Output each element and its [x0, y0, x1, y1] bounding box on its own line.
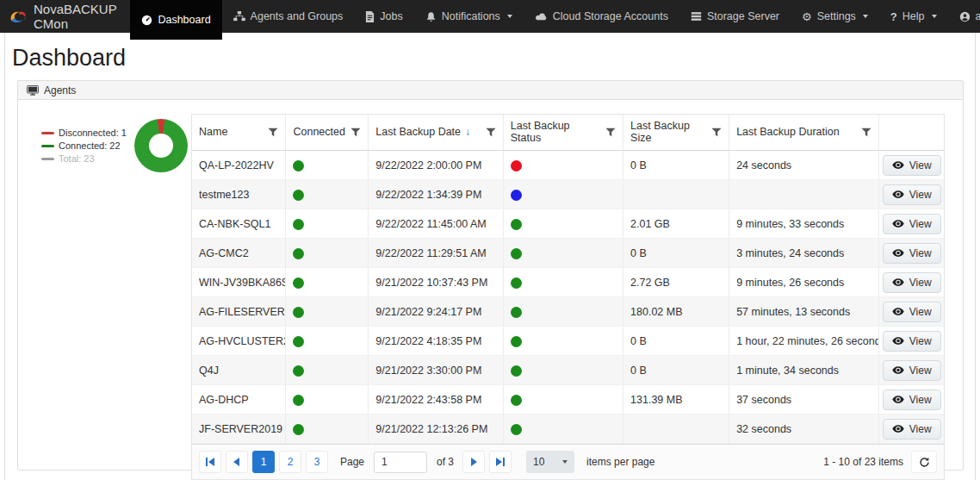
filter-icon[interactable] [350, 128, 361, 137]
column-header-name[interactable]: Name [192, 115, 286, 151]
column-header-last-backup-status[interactable]: Last Backup Status [503, 115, 623, 151]
filter-icon[interactable] [486, 128, 496, 137]
agent-name-cell: testme123 [192, 180, 286, 209]
legend-label: Total: 23 [59, 153, 95, 164]
table-row: testme123 9/22/2022 1:34:39 PM View [192, 180, 944, 209]
last-page-button[interactable] [489, 451, 512, 473]
column-header-last-backup-size[interactable]: Last Backup Size [623, 115, 729, 151]
page-size-select[interactable]: 10 [526, 451, 574, 473]
dashboard-icon [141, 15, 152, 26]
connected-cell [286, 268, 369, 297]
connected-status-dot [293, 160, 304, 171]
column-label: Last Backup Size [630, 120, 708, 144]
last-backup-duration-cell: 3 minutes, 24 seconds [729, 239, 879, 268]
filter-icon[interactable] [861, 128, 871, 137]
column-header-last-backup-duration[interactable]: Last Backup Duration [729, 115, 879, 151]
legend-item-connected: Connected: 22 [41, 140, 127, 151]
last-backup-duration-cell: 9 minutes, 26 seconds [729, 268, 879, 297]
nav-item-help[interactable]: ? Help [879, 0, 948, 33]
connected-cell [286, 415, 369, 444]
next-page-button[interactable] [462, 451, 485, 473]
table-row: AG-DHCP 9/21/2022 2:43:58 PM 131.39 MB 3… [192, 385, 944, 415]
view-button[interactable]: View [883, 272, 941, 293]
last-backup-status-cell [503, 356, 623, 385]
filter-icon[interactable] [605, 128, 616, 137]
grid-pager: 1 2 3 Page of 3 10 [192, 444, 944, 479]
refresh-button[interactable] [911, 451, 937, 473]
view-button-label: View [909, 335, 932, 347]
first-page-button[interactable] [199, 451, 221, 473]
table-row: AG-CMC2 9/22/2022 11:29:51 AM 0 B 3 minu… [192, 239, 944, 268]
nav-item-settings[interactable]: ⚙ Settings [791, 0, 879, 33]
view-button[interactable]: View [883, 331, 941, 352]
items-per-page-label: items per page [586, 456, 654, 468]
view-button[interactable]: View [883, 419, 941, 439]
page-label: Page [340, 456, 364, 468]
page-button-2[interactable]: 2 [279, 451, 301, 473]
previous-page-button[interactable] [226, 451, 248, 473]
column-header-last-backup-date[interactable]: Last Backup Date ↓ [369, 115, 503, 151]
page-number-input[interactable] [374, 452, 427, 473]
nav-item-jobs[interactable]: Jobs [354, 0, 413, 33]
last-backup-status-cell [503, 268, 623, 297]
last-backup-status-cell [503, 180, 623, 209]
last-backup-size-cell: 0 B [623, 327, 729, 356]
table-row: CA-NBK-SQL1 9/22/2022 11:45:00 AM 2.01 G… [192, 209, 944, 239]
brand[interactable]: NovaBACKUP CMon [0, 0, 130, 33]
view-button[interactable]: View [883, 155, 941, 176]
nav-item-label: Jobs [380, 10, 402, 22]
nav-item-notifications[interactable]: Notifications [414, 0, 524, 33]
page-size-value: 10 [533, 456, 544, 468]
last-backup-date-cell: 9/21/2022 10:37:43 PM [369, 268, 503, 297]
connected-status-dot [293, 307, 304, 318]
agents-panel-title: Agents [44, 84, 76, 97]
backup-status-dot [511, 277, 522, 289]
nav-item-dashboard[interactable]: Dashboard [130, 0, 221, 40]
last-backup-duration-cell: 57 minutes, 13 seconds [729, 297, 879, 327]
connected-cell [286, 356, 369, 385]
column-header-connected[interactable]: Connected [286, 115, 369, 151]
view-button[interactable]: View [883, 214, 941, 234]
page-button-3[interactable]: 3 [306, 451, 328, 473]
last-backup-size-cell: 0 B [623, 239, 729, 268]
monitor-icon [27, 85, 39, 96]
last-backup-date-cell: 9/21/2022 4:18:35 PM [369, 327, 503, 356]
page-button-1[interactable]: 1 [252, 451, 275, 473]
pager-right: 1 - 10 of 23 items [823, 451, 937, 473]
last-backup-duration-cell: 37 seconds [729, 385, 879, 415]
agents-table: Name Connected [192, 115, 944, 444]
brand-label: NovaBACKUP CMon [34, 2, 116, 31]
view-button[interactable]: View [883, 390, 941, 410]
last-backup-size-cell: 131.39 MB [623, 385, 729, 415]
view-button[interactable]: View [883, 302, 941, 322]
connected-cell [286, 209, 369, 239]
nav-item-storage-server[interactable]: Storage Server [679, 0, 791, 33]
caret-down-icon [932, 15, 937, 18]
page-body: Dashboard Agents Disconnected: 1 Connect… [4, 33, 976, 480]
backup-status-dot [511, 160, 522, 171]
actions-cell: View [878, 415, 944, 444]
connected-status-dot [293, 424, 304, 435]
agents-grid-area: Name Connected [191, 114, 945, 480]
nav-item-cloud-storage-accounts[interactable]: Cloud Storage Accounts [524, 0, 679, 33]
filter-icon[interactable] [711, 128, 722, 137]
of-pages-label: of 3 [437, 456, 454, 468]
connected-status-dot [293, 248, 304, 259]
view-button[interactable]: View [883, 360, 941, 381]
nav-items: Dashboard Agents and Groups Jobs Notific… [130, 0, 980, 33]
last-backup-status-cell [503, 385, 623, 415]
agents-panel: Agents Disconnected: 1 Connected: 22 [17, 80, 964, 471]
filter-icon[interactable] [268, 128, 278, 137]
last-backup-size-cell: 180.02 MB [623, 297, 729, 327]
view-button[interactable]: View [883, 184, 941, 205]
backup-status-dot [511, 336, 522, 347]
actions-cell: View [878, 268, 944, 297]
nav-item-agents-and-groups[interactable]: Agents and Groups [222, 0, 355, 33]
nav-item-admin[interactable]: admin [948, 0, 980, 33]
legend-swatch-connected [41, 145, 54, 147]
view-button[interactable]: View [883, 243, 941, 264]
column-label: Name [199, 126, 227, 138]
last-backup-status-cell [503, 415, 623, 444]
connected-status-dot [293, 190, 304, 201]
bell-icon [425, 11, 437, 22]
